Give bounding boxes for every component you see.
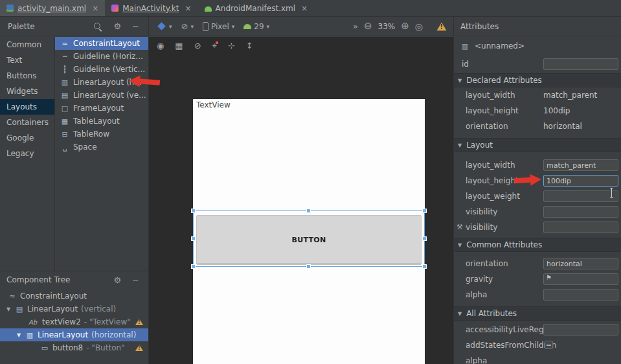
canvas-button[interactable]: BUTTON [196,215,422,265]
resize-handle[interactable] [306,209,311,213]
warnings-icon[interactable] [437,22,447,30]
close-icon[interactable]: × [92,4,98,13]
resize-handle[interactable] [191,264,196,269]
expand-arrow-icon[interactable]: ▼ [16,332,22,338]
gear-icon[interactable]: ⚙ [113,276,121,284]
design-canvas[interactable]: ◉ ▦ ⊘ ⌖ ⊹ ↕ TextView BUTTON [149,37,453,364]
android-studio-layout-editor: activity_main.xml × MainActivity.kt × An… [0,0,621,364]
palette-item-tablerow[interactable]: ⊟ TableRow [55,128,148,141]
tree-item-linearlayout-vertical[interactable]: ▼ ▤ LinearLayout (vertical) [0,302,148,315]
palette-item-guideline-horizontal[interactable]: ┅ Guideline (Horiz... [55,50,148,63]
close-icon[interactable]: × [185,4,192,13]
category-buttons[interactable]: Buttons [0,68,54,84]
warning-icon [135,319,143,325]
tree-item-constraintlayout[interactable]: ≈ ConstraintLayout [0,290,148,302]
resize-handle[interactable] [422,264,427,269]
category-common[interactable]: Common [0,37,54,52]
zoom-controls: » ⊖ 33% ⊕ ◎ [353,21,446,31]
tree-item-label: ConstraintLayout [20,291,87,301]
guideline-horizontal-icon: ┅ [60,52,69,61]
search-icon[interactable] [93,22,102,31]
layout-weight-input[interactable] [543,190,618,202]
design-surface-selector[interactable]: ▾ [157,23,172,30]
resize-handle[interactable] [191,209,196,213]
align-icon[interactable]: ⊹ [228,41,235,50]
declared-orientation-row: orientation horizontal [454,119,621,134]
tools-visibility-input[interactable] [543,222,618,233]
indeterminate-checkbox[interactable] [545,341,553,349]
linearlayout-vertical-icon: ▤ [15,305,24,313]
palette-item-tablelayout[interactable]: ▦ TableLayout [55,115,148,128]
accessibility-live-region-input[interactable] [543,324,618,336]
gravity-input[interactable] [543,273,618,285]
palette-item-linearlayout-vertical[interactable]: ▤ LinearLayout (ve... [55,89,148,102]
tree-item-label: button8 [52,343,83,352]
alpha-input[interactable] [543,289,618,301]
expand-arrow-icon[interactable]: ▼ [5,306,12,312]
add-states-from-children-row: addStatesFromChildren [454,337,621,353]
collapse-triangle-icon[interactable]: ▼ [458,242,462,248]
category-legacy[interactable]: Legacy [0,146,54,161]
theme-selector[interactable]: ⊘ ▾ [181,22,194,30]
layout-width-input[interactable] [543,159,618,171]
view-options-icon[interactable]: ◉ [157,41,164,50]
category-layouts[interactable]: Layouts [0,99,54,115]
blueprint-icon[interactable]: ▦ [175,41,183,50]
close-icon[interactable]: × [301,4,308,13]
section-layout[interactable]: ▼ Layout [454,138,621,152]
tools-visibility-row: ⚒ visibility [454,220,621,235]
default-margins-icon[interactable]: ⌖ [212,41,217,50]
constraintlayout-icon: ≈ [8,292,17,301]
tree-item-suffix: (horizontal) [91,330,136,339]
visibility-input[interactable] [543,206,618,218]
device-screen[interactable]: TextView BUTTON [193,99,425,364]
palette-item-framelayout[interactable]: □ FrameLayout [55,102,148,115]
collapse-triangle-icon[interactable]: ▼ [458,78,462,84]
tab-androidmanifest-xml[interactable]: AndroidManifest.xml × [198,0,315,16]
palette-item-constraintlayout[interactable]: ≈ ConstraintLayout [55,37,148,50]
tree-item-button8[interactable]: ▭ button8 - "Button" [0,341,148,354]
collapse-triangle-icon[interactable]: ▼ [458,142,462,148]
tree-item-linearlayout-horizontal[interactable]: ▼ ▥ LinearLayout (horizontal) [0,328,148,341]
expand-vertical-icon[interactable]: ↕ [246,41,253,50]
id-input[interactable] [543,58,618,70]
zoom-in-icon[interactable]: ⊕ [401,21,409,31]
tab-mainactivity-kt[interactable]: MainActivity.kt × [105,0,198,16]
autoconnect-off-icon[interactable]: ⊘ [194,41,201,50]
resize-handle[interactable] [422,209,427,213]
zoom-out-icon[interactable]: ⊖ [364,21,372,31]
category-containers[interactable]: Containers [0,115,54,130]
section-common-attributes[interactable]: ▼ Common Attributes [454,238,621,252]
category-text[interactable]: Text [0,52,54,68]
tab-activity-main-xml[interactable]: activity_main.xml × [0,0,105,16]
section-all-attributes[interactable]: ▼ All Attributes [454,306,621,321]
tree-item-textview2[interactable]: Ab textView2 - "TextView" [0,315,148,328]
chevron-down-icon: ▾ [169,23,172,30]
selected-linearlayout[interactable]: BUTTON [193,210,425,267]
resize-handle[interactable] [422,236,427,241]
attr-label: layout_weight [466,188,520,204]
api-selector[interactable]: 29 ▾ [243,22,269,31]
annotation-arrow-linearlayout [127,74,160,89]
resize-handle[interactable] [306,264,311,269]
canvas-textview[interactable]: TextView [196,100,231,109]
layout-height-input[interactable] [543,175,618,187]
attr-label: visibility [466,220,497,235]
flag-icon[interactable]: ⚑ [546,274,552,281]
minimize-icon[interactable]: − [132,22,139,30]
collapse-triangle-icon[interactable]: ▼ [458,311,462,317]
palette-item-space[interactable]: ␣ Space [55,141,148,154]
category-google[interactable]: Google [0,130,54,146]
orientation-input[interactable] [543,258,618,269]
minimize-icon[interactable]: − [132,276,139,284]
device-selector[interactable]: Pixel ▾ [203,22,234,31]
resize-handle[interactable] [191,236,196,241]
zoom-to-fit-icon[interactable]: ◎ [415,22,423,31]
section-declared-attributes[interactable]: ▼ Declared Attributes [454,73,621,87]
attr-label: alpha [466,353,487,364]
gear-icon[interactable]: ⚙ [113,22,121,30]
declared-layout-height-row: layout_height 100dip [454,103,621,119]
palette-item-label: LinearLayout (ve... [73,91,146,100]
category-widgets[interactable]: Widgets [0,84,54,99]
overflow-chevrons-icon[interactable]: » [353,22,358,30]
